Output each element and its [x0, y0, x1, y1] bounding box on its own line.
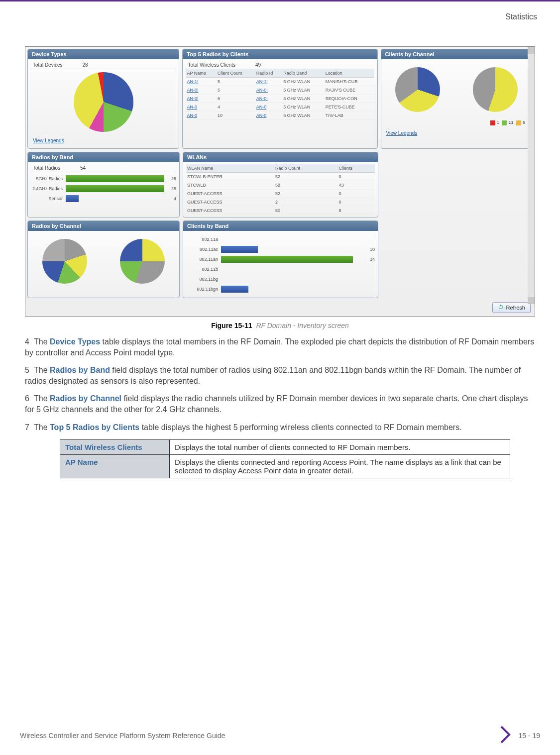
inventory-screenshot: Device Types Total Devices28 View Legend… [25, 46, 535, 317]
col-rid[interactable]: Radio Id [255, 69, 283, 78]
panel-device-types: Device Types Total Devices28 View Legend… [27, 49, 179, 149]
bar-row: 802.11bg [186, 276, 375, 283]
bar-row: Sensor4 [31, 195, 176, 202]
para-6: 6The Radios by Channel field displays th… [25, 393, 535, 415]
para-7: 7The Top 5 Radios by Clients table displ… [25, 422, 535, 433]
view-legends-link[interactable]: View Legends [31, 135, 66, 146]
description-table: Total Wireless ClientsDisplays the total… [60, 439, 510, 478]
radio-link[interactable]: AN-0! [256, 96, 268, 101]
refresh-icon [498, 304, 504, 311]
panel-top5-radios: Top 5 Radios by Clients Total Wireless C… [182, 49, 377, 149]
clients-channel-pie-1 [395, 67, 440, 112]
refresh-button[interactable]: Refresh [492, 302, 531, 313]
table-row: GUEST-ACCESS508 [186, 207, 375, 215]
ap-link[interactable]: AN-0! [187, 96, 198, 101]
bar-row: 802.11an34 [186, 256, 375, 263]
bar-row: 802.11b [186, 266, 375, 273]
radio-link[interactable]: AN-0! [256, 88, 268, 93]
radio-link[interactable]: AN-0 [256, 105, 267, 109]
scrollbar[interactable] [528, 47, 535, 304]
value: 28 [82, 62, 88, 68]
ap-link[interactable]: AN-0 [187, 113, 197, 118]
panel-radios-by-band: Radios by Band Total Radios54 5GHz Radio… [27, 152, 180, 217]
value: 54 [80, 165, 86, 171]
col-band[interactable]: Radio Band [282, 69, 324, 78]
row-label: Total Wireless Clients [60, 440, 170, 455]
col-count[interactable]: Client Count [217, 69, 255, 78]
label: Total Radios [33, 165, 60, 171]
table-row: AN-1!5AN-1!5 GHz WLANMANISH'S-CUB [186, 78, 374, 86]
wlans-table: WLAN Name Radio Count Clients STCWLB-ENT… [186, 164, 375, 215]
panel-wlans: WLANs WLAN Name Radio Count Clients STCW… [183, 152, 378, 217]
row-label: AP Name [60, 455, 170, 478]
col-radio-count[interactable]: Radio Count [274, 164, 338, 173]
panel-title: Radios by Channel [28, 221, 179, 231]
panel-title: Radios by Band [28, 152, 179, 162]
row-desc: Displays the clients connected and repor… [170, 455, 510, 478]
bar-row: 802.11a [186, 236, 375, 243]
panel-title: WLANs [183, 152, 378, 162]
bar-row: 5GHz Radios25 [31, 175, 176, 182]
radios-channel-pie-2 [120, 239, 165, 284]
legend: 1 11 6 [384, 118, 529, 127]
col-loc[interactable]: Location [325, 69, 374, 78]
section-label: Statistics [20, 11, 540, 26]
device-types-pie [74, 72, 133, 132]
table-row: GUEST-ACCESS20 [186, 198, 375, 207]
page-footer: Wireless Controller and Service Platform… [20, 726, 540, 745]
ap-link[interactable]: AN-0! [187, 88, 198, 93]
ap-link[interactable]: AN-0 [187, 105, 197, 109]
col-wlan[interactable]: WLAN Name [186, 164, 274, 173]
table-row: AN-04AN-05 GHz WLANPETE'S-CUBE [186, 103, 374, 111]
table-row: STCWLB-ENTER520 [186, 173, 375, 181]
view-legends-link[interactable]: View Legends [384, 127, 420, 139]
col-clients[interactable]: Clients [338, 164, 375, 173]
bar-row: 802.11ac10 [186, 246, 375, 253]
ap-link[interactable]: AN-1! [187, 79, 198, 84]
panel-title: Device Types [28, 49, 179, 59]
panel-clients-by-channel: Clients by Channel 1 11 6 View Legends [381, 49, 533, 149]
panel-title: Clients by Channel [381, 49, 532, 59]
page-number: 15 - 19 [518, 732, 540, 740]
row-desc: Displays the total number of clients con… [170, 440, 510, 455]
radio-link[interactable]: AN-0 [256, 113, 267, 118]
chevron-icon [496, 726, 514, 745]
para-5: 5The Radios by Band field displays the t… [25, 365, 535, 386]
col-ap[interactable]: AP Name [186, 69, 217, 78]
table-row: AN-0!6AN-0!5 GHz WLANSEQUOIA-CON [186, 95, 374, 103]
top5-table: AP Name Client Count Radio Id Radio Band… [186, 69, 374, 120]
panel-radios-by-channel: Radios by Channel [27, 220, 180, 298]
panel-title: Clients by Band [183, 221, 378, 231]
doc-title: Wireless Controller and Service Platform… [20, 732, 225, 740]
panel-title: Top 5 Radios by Clients [183, 49, 377, 59]
clients-channel-pie-2 [473, 67, 518, 112]
value: 49 [255, 62, 261, 68]
refresh-label: Refresh [506, 305, 525, 311]
panel-clients-by-band: Clients by Band 802.11a802.11ac10802.11a… [183, 220, 378, 298]
bar-row: 2.4GHz Radios25 [31, 185, 176, 192]
radios-channel-pie-1 [42, 239, 87, 284]
radio-link[interactable]: AN-1! [256, 79, 268, 84]
figure-caption: Figure 15-11 RF Domain - Inventory scree… [20, 322, 540, 329]
table-row: AN-010AN-05 GHz WLANTnV-LAB [186, 111, 374, 120]
table-row: STCWLB5243 [186, 181, 375, 190]
label: Total Devices [33, 62, 62, 68]
table-row: AN-0!5AN-0!5 GHz WLANRAJIV'S CUBE [186, 86, 374, 95]
label: Total Wireless Clients [188, 62, 235, 68]
table-row: GUEST-ACCESS520 [186, 190, 375, 198]
para-4: 4The Device Types table displays the tot… [25, 336, 535, 358]
bar-row: 802.11bgn [186, 286, 375, 293]
